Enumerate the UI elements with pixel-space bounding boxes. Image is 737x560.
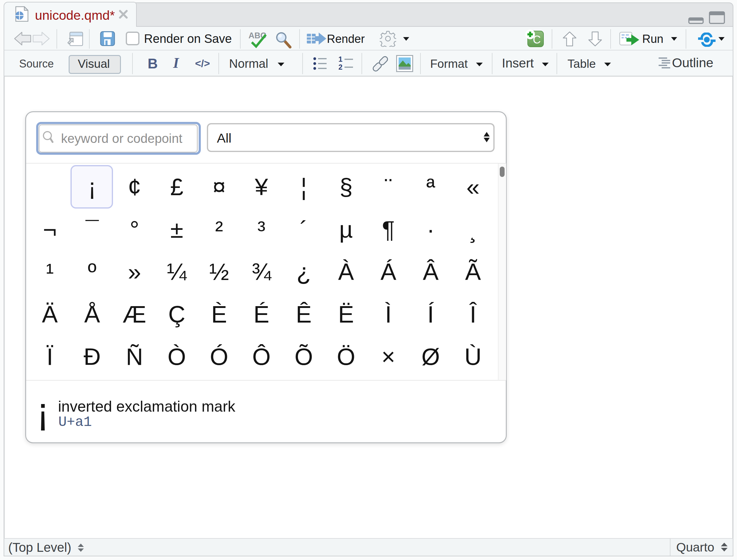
svg-text:2: 2 bbox=[339, 63, 343, 71]
svg-text:1: 1 bbox=[339, 56, 343, 63]
